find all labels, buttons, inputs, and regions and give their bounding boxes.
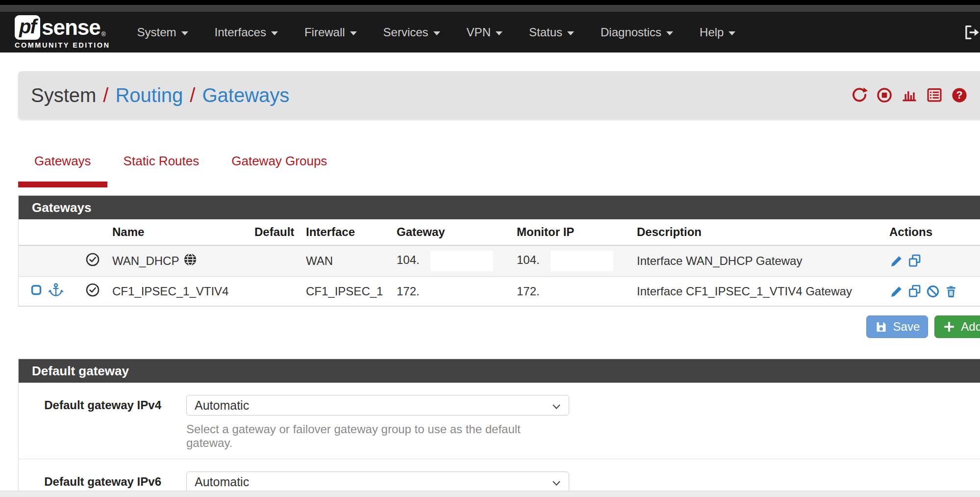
- gateway-ip-cell: 172.: [394, 277, 514, 306]
- nav-item-firewall[interactable]: Firewall: [291, 26, 370, 39]
- breadcrumb-toolbar: ?: [851, 86, 968, 104]
- col-actions: Actions: [886, 219, 980, 245]
- main-navbar: pf sense ® COMMUNITY EDITION System Inte…: [0, 12, 980, 52]
- help-icon[interactable]: ?: [951, 86, 968, 104]
- table-row: CF1_IPSEC_1_VTIV4 CF1_IPSEC_1 172. 172. …: [19, 277, 980, 306]
- row-status-cell: [82, 245, 109, 277]
- chevron-down-icon: [433, 31, 440, 35]
- disable-icon[interactable]: [926, 284, 940, 299]
- col-monitor-ip: Monitor IP: [514, 219, 634, 245]
- default-gateway-ipv6-select[interactable]: Automatic: [186, 471, 569, 492]
- edit-icon[interactable]: [889, 284, 904, 299]
- monitor-ip-cell: 104.: [514, 245, 634, 277]
- breadcrumb-separator: /: [190, 84, 195, 106]
- form-row-ipv4: Default gateway IPv4 Automatic Select a …: [19, 383, 980, 459]
- logo-community-edition: COMMUNITY EDITION: [15, 41, 110, 49]
- gateway-ip-cell: 104.: [394, 245, 514, 277]
- chevron-down-icon: [350, 31, 357, 35]
- gateways-table: Name Default Interface Gateway Monitor I…: [19, 219, 980, 306]
- copy-icon[interactable]: [907, 284, 922, 299]
- delete-icon[interactable]: [944, 284, 958, 299]
- gateways-panel-title: Gateways: [19, 196, 980, 219]
- chevron-down-icon: [567, 31, 574, 35]
- tab-static-routes[interactable]: Static Routes: [107, 154, 216, 187]
- globe-icon: [183, 252, 198, 270]
- pfsense-logo[interactable]: pf sense ® COMMUNITY EDITION: [15, 15, 110, 49]
- nav-item-system[interactable]: System: [124, 26, 201, 39]
- chevron-down-icon: [496, 31, 503, 35]
- pf-logo-box: pf: [15, 15, 40, 40]
- breadcrumb: System / Routing / Gateways: [31, 84, 289, 106]
- col-description: Description: [634, 219, 886, 245]
- svg-text:?: ?: [956, 89, 962, 101]
- col-default: Default: [251, 219, 303, 245]
- col-status: [82, 219, 109, 245]
- redaction-box: [430, 251, 493, 271]
- table-header-row: Name Default Interface Gateway Monitor I…: [19, 219, 980, 245]
- nav-menu: System Interfaces Firewall Services VPN …: [124, 26, 749, 39]
- chevron-down-icon: [271, 31, 278, 35]
- top-black-strip: [0, 0, 980, 5]
- square-icon[interactable]: [30, 284, 42, 299]
- tab-gateway-groups[interactable]: Gateway Groups: [215, 154, 343, 187]
- selected-value: Automatic: [195, 475, 249, 489]
- anchor-icon: [48, 282, 64, 301]
- gateways-panel: Gateways Name Default Interface Gateway …: [18, 195, 980, 307]
- nav-item-diagnostics[interactable]: Diagnostics: [587, 26, 686, 39]
- redaction-box: [551, 251, 613, 271]
- top-gray-strip: [0, 5, 980, 12]
- actions-cell: [886, 277, 980, 306]
- add-button[interactable]: Add: [934, 315, 980, 338]
- save-button[interactable]: Save: [866, 315, 929, 338]
- breadcrumb-system: System: [31, 84, 96, 106]
- row-lead-cell: [19, 277, 82, 306]
- copy-icon[interactable]: [907, 254, 922, 268]
- bar-chart-icon[interactable]: [901, 86, 918, 104]
- stop-circle-icon[interactable]: [876, 86, 893, 104]
- description-cell: Interface WAN_DHCP Gateway: [634, 245, 886, 277]
- default-cell: [251, 277, 303, 306]
- logo-pf-text: pf: [19, 16, 36, 38]
- interface-cell: WAN: [303, 245, 394, 277]
- col-name: Name: [109, 219, 251, 245]
- log-icon[interactable]: [926, 86, 943, 104]
- nav-item-help[interactable]: Help: [686, 26, 749, 39]
- row-status-cell: [82, 277, 109, 306]
- nav-item-services[interactable]: Services: [370, 26, 453, 39]
- breadcrumb-bar: System / Routing / Gateways: [18, 71, 980, 119]
- interface-cell: CF1_IPSEC_1: [303, 277, 394, 306]
- chevron-down-icon: [729, 31, 735, 35]
- page-bottom-strip: [0, 491, 980, 497]
- row-lead-cell: [19, 245, 82, 277]
- description-cell: Interface CF1_IPSEC_1_VTIV4 Gateway: [634, 277, 886, 306]
- sign-out-icon[interactable]: [962, 24, 980, 43]
- table-buttons-row: Save Add: [18, 315, 980, 338]
- refresh-icon[interactable]: [851, 86, 868, 104]
- save-icon: [875, 320, 888, 334]
- pfsense-page: pf sense ® COMMUNITY EDITION System Inte…: [0, 0, 980, 497]
- table-row: WAN_DHCP WAN 104. 104. Interface WAN_DHC…: [19, 245, 980, 277]
- default-gateway-ipv4-label: Default gateway IPv4: [19, 395, 186, 450]
- col-gateway: Gateway: [394, 219, 514, 245]
- tab-gateways[interactable]: Gateways: [18, 154, 107, 187]
- breadcrumb-gateways-link[interactable]: Gateways: [202, 84, 289, 106]
- breadcrumb-routing-link[interactable]: Routing: [115, 84, 183, 106]
- edit-icon[interactable]: [889, 254, 904, 268]
- breadcrumb-separator: /: [103, 84, 108, 106]
- ipv4-help-text: Select a gateway or failover gateway gro…: [186, 422, 569, 450]
- nav-item-status[interactable]: Status: [516, 26, 587, 39]
- nav-item-interfaces[interactable]: Interfaces: [201, 26, 291, 39]
- col-lead: [19, 219, 82, 245]
- nav-item-vpn[interactable]: VPN: [453, 26, 516, 39]
- default-gateway-ipv4-select[interactable]: Automatic: [186, 395, 569, 416]
- selected-value: Automatic: [195, 398, 249, 413]
- monitor-ip-cell: 172.: [514, 277, 634, 306]
- default-gateway-panel: Default gateway Default gateway IPv4 Aut…: [18, 359, 980, 497]
- check-circle-icon: [85, 287, 100, 300]
- logo-registered-mark: ®: [101, 31, 106, 38]
- gateway-name-cell: CF1_IPSEC_1_VTIV4: [109, 277, 251, 306]
- default-cell: [251, 245, 303, 277]
- check-circle-icon: [85, 256, 100, 269]
- col-interface: Interface: [303, 219, 394, 245]
- logo-sense-text: sense: [42, 15, 101, 40]
